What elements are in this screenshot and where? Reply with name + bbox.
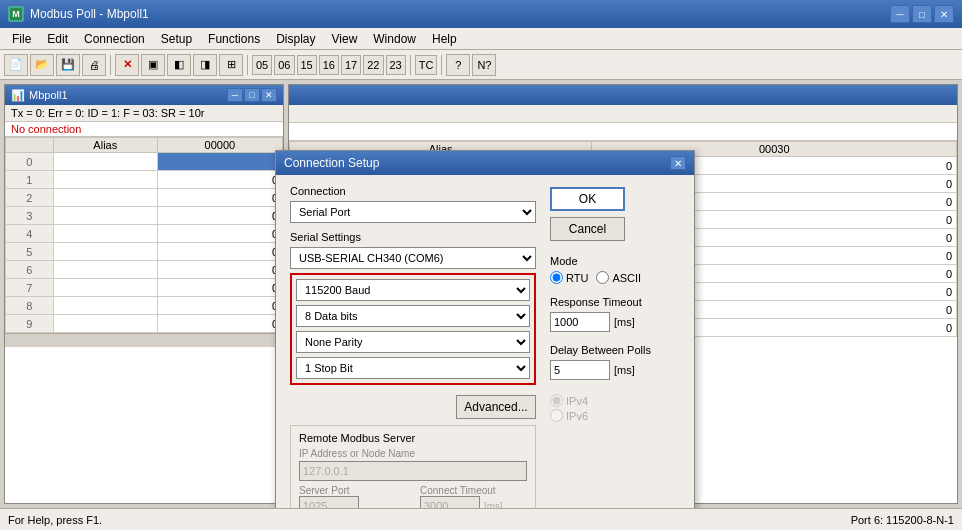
menu-edit[interactable]: Edit [39, 30, 76, 48]
menu-help[interactable]: Help [424, 30, 465, 48]
row-value-6: 0 [157, 261, 282, 279]
ip-version-group: IPv4 IPv6 [550, 394, 680, 422]
toolbar-btn2[interactable]: ▣ [141, 54, 165, 76]
menu-window[interactable]: Window [365, 30, 424, 48]
response-timeout-input[interactable] [550, 312, 610, 332]
toolbar-label-05: 05 [252, 55, 272, 75]
menu-bar: File Edit Connection Setup Functions Dis… [0, 28, 962, 50]
toolbar-btn3[interactable]: ◧ [167, 54, 191, 76]
toolbar-btn4[interactable]: ◨ [193, 54, 217, 76]
table-row: 8 0 [6, 297, 283, 315]
ipv4-radio[interactable] [550, 394, 563, 407]
toolbar-save[interactable]: 💾 [56, 54, 80, 76]
menu-display[interactable]: Display [268, 30, 323, 48]
delay-polls-input[interactable] [550, 360, 610, 380]
response-timeout-unit: [ms] [614, 316, 635, 328]
row-value-5: 0 [157, 243, 282, 261]
row-num-3: 3 [6, 207, 54, 225]
doc-minimize[interactable]: ─ [227, 88, 243, 102]
col-header-value: 00000 [157, 138, 282, 153]
app-icon: M [8, 6, 24, 22]
help-text: For Help, press F1. [8, 514, 102, 526]
toolbar-btn5[interactable]: ⊞ [219, 54, 243, 76]
maximize-button[interactable]: □ [912, 5, 932, 23]
connection-label: Connection [290, 185, 536, 197]
toolbar-label-15: 15 [297, 55, 317, 75]
ip-input[interactable] [299, 461, 527, 481]
row-num-2: 2 [6, 189, 54, 207]
menu-view[interactable]: View [324, 30, 366, 48]
row-value-2: 0 [157, 189, 282, 207]
serial-port-select[interactable]: USB-SERIAL CH340 (COM6) COM1 [290, 247, 536, 269]
menu-setup[interactable]: Setup [153, 30, 200, 48]
row-value-3: 0 [157, 207, 282, 225]
menu-connection[interactable]: Connection [76, 30, 153, 48]
ipv6-radio[interactable] [550, 409, 563, 422]
data-bits-select[interactable]: 8 Data bits 7 Data bits [296, 305, 530, 327]
ascii-radio[interactable] [596, 271, 609, 284]
doc-title-icon: 📊 [11, 89, 25, 102]
toolbar-help[interactable]: ? [446, 54, 470, 76]
rtu-label: RTU [566, 272, 588, 284]
toolbar-sep1 [110, 55, 111, 75]
minimize-button[interactable]: ─ [890, 5, 910, 23]
dialog-title-bar: Connection Setup ✕ [276, 151, 694, 175]
doc-maximize[interactable]: □ [244, 88, 260, 102]
doc-status-2 [289, 105, 957, 123]
dialog-title-text: Connection Setup [284, 156, 379, 170]
row-num-8: 8 [6, 297, 54, 315]
menu-file[interactable]: File [4, 30, 39, 48]
toolbar-print[interactable]: 🖨 [82, 54, 106, 76]
toolbar-label-16: 16 [319, 55, 339, 75]
toolbar-label-tc: TC [415, 55, 438, 75]
toolbar-sep4 [441, 55, 442, 75]
doc-status-text: Tx = 0: Err = 0: ID = 1: F = 03: SR = 10… [11, 107, 205, 119]
toolbar-n2[interactable]: N? [472, 54, 496, 76]
connection-select[interactable]: Serial Port TCP/IP UDP/IP [290, 201, 536, 223]
menu-functions[interactable]: Functions [200, 30, 268, 48]
advanced-button[interactable]: Advanced... [456, 395, 536, 419]
toolbar-sep2 [247, 55, 248, 75]
ip-label: IP Address or Node Name [299, 448, 527, 459]
close-button[interactable]: ✕ [934, 5, 954, 23]
ascii-radio-label[interactable]: ASCII [596, 271, 641, 284]
row-alias-0 [53, 153, 157, 171]
response-timeout-label: Response Timeout [550, 296, 680, 308]
scrollbar-h[interactable] [5, 333, 283, 347]
table-row: 5 0 [6, 243, 283, 261]
toolbar-label-06: 06 [274, 55, 294, 75]
toolbar-sep3 [410, 55, 411, 75]
dialog-close-button[interactable]: ✕ [670, 156, 686, 170]
table-row: 1 0 [6, 171, 283, 189]
row-alias-1 [53, 171, 157, 189]
stop-bit-select[interactable]: 1 Stop Bit 2 Stop Bits [296, 357, 530, 379]
toolbar-new[interactable]: 📄 [4, 54, 28, 76]
row-alias-8 [53, 297, 157, 315]
serial-settings-label: Serial Settings [290, 231, 536, 243]
rtu-radio-label[interactable]: RTU [550, 271, 588, 284]
doc-no-connection-2 [289, 123, 957, 141]
delay-polls-row: [ms] [550, 360, 680, 380]
ipv6-radio-label[interactable]: IPv6 [550, 409, 680, 422]
ipv6-label: IPv6 [566, 410, 588, 422]
baud-rate-select[interactable]: 115200 Baud 9600 Baud 19200 Baud [296, 279, 530, 301]
remote-section-title: Remote Modbus Server [299, 432, 527, 444]
response-timeout-row: [ms] [550, 312, 680, 332]
toolbar-open[interactable]: 📂 [30, 54, 54, 76]
toolbar-stop[interactable]: ✕ [115, 54, 139, 76]
row-alias-2 [53, 189, 157, 207]
ok-button[interactable]: OK [550, 187, 625, 211]
table-row: 6 0 [6, 261, 283, 279]
rtu-radio[interactable] [550, 271, 563, 284]
cancel-button[interactable]: Cancel [550, 217, 625, 241]
ipv4-radio-label[interactable]: IPv4 [550, 394, 680, 407]
row-alias-7 [53, 279, 157, 297]
port-info: Port 6: 115200-8-N-1 [851, 514, 954, 526]
row-alias-6 [53, 261, 157, 279]
table-row: 0 [6, 153, 283, 171]
row-value-0[interactable] [157, 153, 282, 171]
row-num-1: 1 [6, 171, 54, 189]
parity-select[interactable]: None Parity Even Parity Odd Parity [296, 331, 530, 353]
doc-close[interactable]: ✕ [261, 88, 277, 102]
toolbar: 📄 📂 💾 🖨 ✕ ▣ ◧ ◨ ⊞ 05 06 15 16 17 22 23 T… [0, 50, 962, 80]
